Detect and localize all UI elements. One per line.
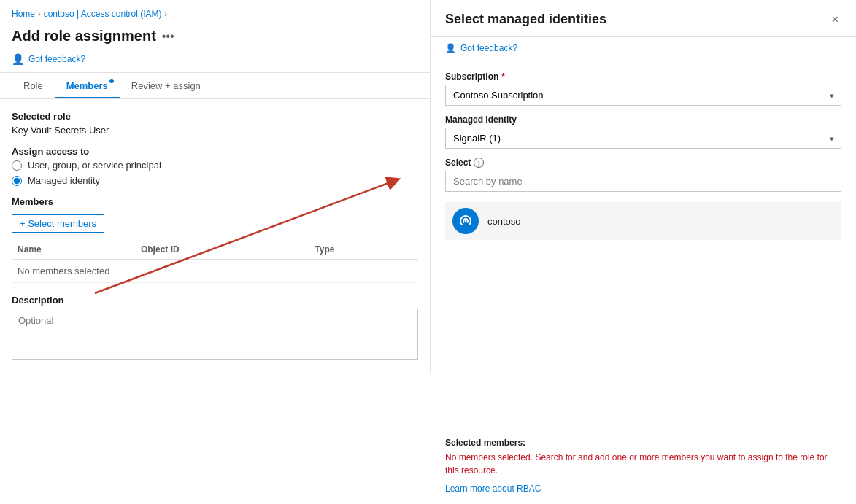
- feedback-label: Got feedback?: [28, 54, 85, 64]
- main-content: Selected role Key Vault Secrets User Ass…: [0, 99, 430, 373]
- right-panel: Select managed identities × 👤 Got feedba…: [431, 0, 856, 504]
- selected-members-label: Selected members:: [445, 438, 841, 448]
- description-label: Description: [12, 295, 418, 306]
- subscription-select[interactable]: Contoso Subscription: [445, 85, 841, 106]
- col-object-id: Object ID: [135, 240, 309, 260]
- tab-members[interactable]: Members: [55, 73, 120, 98]
- close-button[interactable]: ×: [829, 12, 841, 28]
- panel-feedback-icon: 👤: [445, 43, 456, 53]
- no-members-text: No members selected. Search for and add …: [445, 451, 841, 477]
- radio-user-label: User, group, or service principal: [28, 160, 161, 171]
- assign-section: Assign access to User, group, or service…: [12, 146, 418, 186]
- tabs-container: Role Members Review + assign: [0, 73, 430, 99]
- search-input[interactable]: [445, 171, 841, 192]
- panel-title: Select managed identities: [445, 12, 606, 27]
- panel-header: Select managed identities ×: [431, 0, 856, 37]
- search-field-wrapper: Select i: [445, 158, 841, 192]
- subscription-label: Subscription *: [445, 71, 841, 82]
- radio-user[interactable]: User, group, or service principal: [12, 160, 418, 171]
- breadcrumb-contoso[interactable]: contoso | Access control (IAM): [44, 9, 162, 19]
- select-label: Select i: [445, 158, 841, 168]
- managed-identity-label: Managed identity: [445, 115, 841, 125]
- radio-managed-input[interactable]: [12, 176, 22, 186]
- radio-user-input[interactable]: [12, 160, 22, 171]
- identity-item[interactable]: contoso: [445, 202, 841, 240]
- tab-role[interactable]: Role: [12, 73, 55, 98]
- selected-role-value: Key Vault Secrets User: [12, 125, 418, 136]
- panel-body: Subscription * Contoso Subscription ▾ Ma…: [431, 61, 856, 430]
- select-members-button[interactable]: + Select members: [12, 214, 104, 233]
- managed-identity-dropdown-wrapper: SignalR (1) ▾: [445, 128, 841, 149]
- panel-feedback[interactable]: 👤 Got feedback?: [431, 37, 856, 61]
- learn-more-link[interactable]: Learn more about RBAC: [445, 484, 541, 494]
- more-options-icon[interactable]: •••: [162, 30, 174, 43]
- breadcrumb-home[interactable]: Home: [12, 9, 35, 19]
- radio-managed-label: Managed identity: [28, 175, 100, 186]
- panel-footer: Selected members: No members selected. S…: [431, 430, 856, 504]
- panel-feedback-label: Got feedback?: [460, 43, 517, 53]
- identity-list: contoso: [445, 202, 841, 240]
- feedback-icon: 👤: [12, 53, 24, 65]
- description-section: Description: [12, 295, 418, 362]
- col-type: Type: [309, 240, 418, 260]
- table-row-empty: No members selected: [12, 260, 418, 283]
- description-textarea[interactable]: [12, 309, 418, 360]
- breadcrumb-sep1: ›: [38, 9, 41, 18]
- tab-review[interactable]: Review + assign: [120, 73, 212, 98]
- selected-role-label: Selected role: [12, 111, 418, 122]
- members-label: Members: [12, 196, 418, 207]
- svg-point-2: [465, 220, 467, 222]
- members-table: Name Object ID Type No members selected: [12, 240, 418, 283]
- subscription-dropdown-wrapper: Contoso Subscription ▾: [445, 85, 841, 106]
- required-star: *: [501, 71, 505, 82]
- assign-access-label: Assign access to: [12, 146, 418, 157]
- identity-avatar: [452, 208, 479, 234]
- radio-managed[interactable]: Managed identity: [12, 175, 418, 186]
- breadcrumb-sep2: ›: [165, 9, 168, 18]
- members-section: Members + Select members: [12, 196, 418, 233]
- identity-name: contoso: [487, 216, 521, 227]
- breadcrumb: Home › contoso | Access control (IAM) ›: [0, 0, 430, 25]
- col-name: Name: [12, 240, 135, 260]
- managed-identity-select[interactable]: SignalR (1): [445, 128, 841, 149]
- page-title-row: Add role assignment •••: [0, 25, 430, 50]
- radio-group: User, group, or service principal Manage…: [12, 160, 418, 186]
- empty-message: No members selected: [12, 260, 418, 283]
- select-info-icon[interactable]: i: [474, 158, 484, 168]
- feedback-row[interactable]: 👤 Got feedback?: [0, 50, 430, 72]
- page-title: Add role assignment: [12, 28, 156, 44]
- members-dot: [109, 79, 114, 83]
